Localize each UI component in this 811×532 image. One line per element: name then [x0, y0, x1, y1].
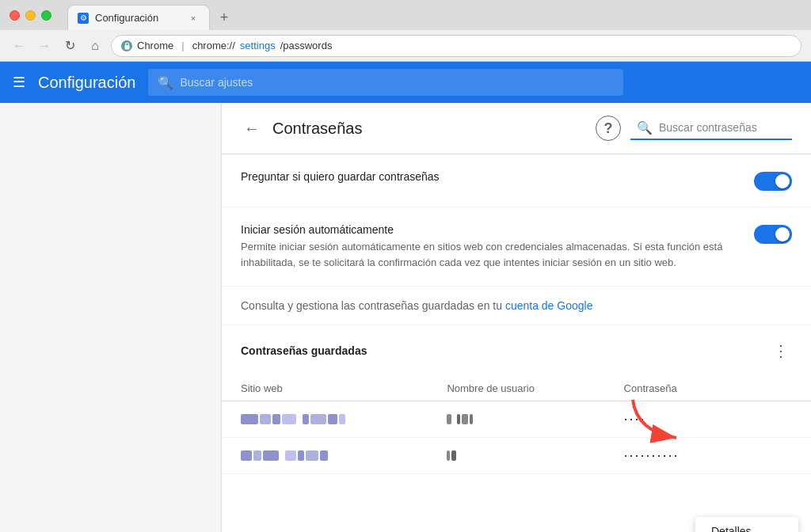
blur-block	[272, 414, 280, 424]
minimize-button[interactable]	[25, 10, 36, 21]
toggle-thumb	[775, 174, 790, 188]
tab-title: Configuración	[95, 12, 181, 24]
blur-block	[306, 450, 318, 461]
address-separator: |	[181, 40, 184, 51]
tab-close-button[interactable]: ×	[187, 12, 200, 25]
address-rest: /passwords	[280, 40, 333, 51]
blur-block	[320, 450, 328, 461]
sidebar	[0, 103, 222, 532]
row2-action	[722, 438, 811, 474]
setting-ask-save-text: Preguntar si quiero guardar contraseñas	[241, 170, 741, 186]
hamburger-menu-icon[interactable]: ☰	[13, 74, 25, 91]
row1-action	[722, 401, 811, 438]
header-search-input[interactable]	[180, 76, 614, 89]
toggle-thumb-2	[775, 227, 790, 241]
setting-ask-save-label: Preguntar si quiero guardar contraseñas	[241, 170, 741, 183]
blur-user-block	[447, 414, 451, 424]
blur-block	[282, 414, 296, 424]
blur-block	[263, 450, 279, 461]
chrome-body: ☰ Configuración 🔍 ← Contraseñas ? 🔍	[0, 62, 811, 532]
saved-passwords-title: Contraseñas guardadas	[241, 344, 367, 357]
blur-user-block	[462, 414, 468, 424]
fullscreen-button[interactable]	[41, 10, 51, 21]
blur-block	[303, 414, 309, 424]
blur-user-block	[447, 450, 450, 461]
address-site: Chrome	[137, 40, 173, 51]
search-passwords-icon: 🔍	[637, 120, 653, 135]
blur-block	[241, 414, 258, 424]
setting-auto-signin-text: Iniciar sesión automáticamente Permite i…	[241, 223, 741, 270]
col-header-user: Nombre de usuario	[428, 376, 604, 401]
blur-block	[328, 414, 337, 424]
row1-user-blurred	[447, 414, 585, 424]
home-button[interactable]: ⌂	[86, 36, 105, 55]
blur-user-block	[457, 414, 460, 424]
setting-auto-signin-label: Iniciar sesión automáticamente	[241, 223, 741, 236]
help-button[interactable]: ?	[596, 116, 621, 141]
saved-passwords-section: Contraseñas guardadas ⋮	[222, 325, 811, 376]
blur-user-block	[451, 450, 456, 461]
row2-user	[428, 438, 604, 474]
setting-auto-signin-desc: Permite iniciar sesión automáticamente e…	[241, 239, 741, 270]
table-row: ····	[222, 401, 811, 438]
blur-block	[285, 450, 296, 461]
google-link-row: Consulta y gestiona las contraseñas guar…	[222, 287, 811, 325]
saved-passwords-header: Contraseñas guardadas ⋮	[241, 338, 792, 363]
tab-favicon	[78, 13, 89, 24]
search-passwords-input[interactable]	[659, 121, 786, 134]
row1-user	[428, 401, 604, 438]
refresh-button[interactable]: ↻	[60, 36, 79, 55]
forward-button[interactable]: →	[35, 36, 54, 55]
address-text: chrome://	[192, 40, 235, 51]
setting-ask-save-toggle[interactable]	[754, 172, 792, 191]
setting-auto-signin-toggle[interactable]	[754, 225, 792, 244]
header-search[interactable]: 🔍	[148, 69, 623, 96]
chrome-header: ☰ Configuración 🔍	[0, 62, 811, 103]
chrome-header-title: Configuración	[38, 74, 135, 92]
active-tab[interactable]: Configuración ×	[67, 5, 210, 30]
passwords-header: ← Contraseñas ? 🔍	[222, 103, 811, 154]
blur-block	[298, 450, 304, 461]
row1-site-blurred	[241, 414, 409, 424]
blur-block	[253, 450, 261, 461]
blur-block	[241, 450, 252, 461]
new-tab-button[interactable]: +	[213, 6, 235, 28]
red-arrow	[625, 392, 688, 450]
row2-site-blurred	[241, 450, 409, 461]
context-menu: Detalles Quitar	[695, 517, 798, 532]
blur-user-block	[470, 414, 473, 424]
col-header-site: Sitio web	[222, 376, 428, 401]
address-highlight: settings	[240, 40, 276, 51]
google-account-link[interactable]: cuenta de Google	[505, 299, 593, 312]
setting-ask-save: Preguntar si quiero guardar contraseñas	[222, 154, 811, 207]
blur-block	[339, 414, 345, 424]
address-bar: ← → ↻ ⌂ Chrome | chrome://settings/passw…	[0, 30, 811, 62]
traffic-lights	[10, 10, 51, 21]
blur-block	[260, 414, 271, 424]
passwords-back-button[interactable]: ←	[241, 116, 263, 141]
header-search-icon: 🔍	[158, 75, 173, 90]
security-icon	[121, 40, 132, 51]
back-button[interactable]: ←	[10, 36, 29, 55]
row1-site	[222, 401, 428, 438]
saved-passwords-more-button[interactable]: ⋮	[770, 338, 792, 363]
table-row: ··········	[222, 438, 811, 474]
context-menu-details[interactable]: Detalles	[695, 517, 798, 532]
main-content: ← Contraseñas ? 🔍 Preguntar si quiero gu…	[222, 103, 811, 532]
row2-site	[222, 438, 428, 474]
content-area: ← Contraseñas ? 🔍 Preguntar si quiero gu…	[0, 103, 811, 532]
blur-block	[310, 414, 326, 424]
address-input[interactable]: Chrome | chrome://settings/passwords	[111, 35, 801, 57]
row2-user-blurred	[447, 450, 585, 461]
search-passwords-box[interactable]: 🔍	[630, 117, 792, 140]
tab-bar: Configuración × +	[61, 0, 801, 30]
passwords-table: Sitio web Nombre de usuario Contraseña	[222, 376, 811, 474]
setting-auto-signin: Iniciar sesión automáticamente Permite i…	[222, 207, 811, 287]
close-button[interactable]	[10, 10, 20, 21]
svg-rect-0	[124, 45, 129, 50]
col-header-action	[722, 376, 811, 401]
google-link-text: Consulta y gestiona las contraseñas guar…	[241, 299, 505, 312]
passwords-title: Contraseñas	[272, 120, 586, 138]
